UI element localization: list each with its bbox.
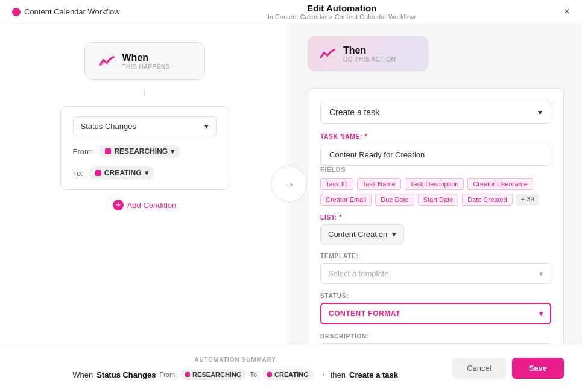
tag-due-date[interactable]: Due Date bbox=[375, 194, 414, 206]
task-name-value: Content Ready for Creation bbox=[329, 150, 425, 159]
fields-label: FIELDS bbox=[320, 166, 551, 173]
template-section: TEMPLATE: Select a template ▾ bbox=[320, 253, 551, 284]
main-content: When THIS HAPPENS Status Changes ▾ From:… bbox=[0, 24, 582, 344]
tag-task-name[interactable]: Task Name bbox=[357, 178, 401, 190]
task-name-label: TASK NAME: * bbox=[320, 133, 551, 140]
close-button[interactable]: × bbox=[563, 5, 570, 18]
status-section: STATUS: CONTENT FORMAT ▾ bbox=[320, 292, 551, 324]
add-condition-button[interactable]: + Add Condition bbox=[113, 200, 177, 210]
tags-container: Task ID Task Name Task Description Creat… bbox=[320, 178, 551, 206]
template-placeholder: Select a template bbox=[328, 269, 388, 278]
creating-dot bbox=[95, 170, 101, 176]
status-value: CONTENT FORMAT bbox=[329, 309, 400, 318]
tag-task-id[interactable]: Task ID bbox=[320, 178, 353, 190]
page-title: Edit Automation bbox=[268, 3, 416, 13]
footer-buttons: Cancel Save bbox=[452, 358, 564, 379]
action-type-dropdown[interactable]: Create a task ▾ bbox=[320, 101, 551, 124]
tag-creator-username[interactable]: Creator Username bbox=[467, 178, 533, 190]
list-dropdown[interactable]: Content Creation ▾ bbox=[320, 224, 404, 244]
template-dropdown[interactable]: Select a template ▾ bbox=[320, 263, 551, 284]
plus-icon: + bbox=[113, 200, 124, 210]
clickup-logo bbox=[97, 51, 116, 71]
summary-researching-dot bbox=[185, 372, 190, 377]
summary-to-badge: CREATING bbox=[262, 369, 314, 380]
tag-creator-email[interactable]: Creator Email bbox=[320, 194, 372, 206]
right-panel: Then DO THIS ACTION Create a task ▾ TASK… bbox=[289, 24, 582, 344]
chevron-down-icon: ▾ bbox=[392, 230, 396, 239]
description-label: DESCRIPTION: bbox=[320, 333, 551, 340]
template-label: TEMPLATE: bbox=[320, 253, 551, 259]
automation-summary-label: AUTOMATION SUMMARY bbox=[194, 356, 276, 363]
to-status-badge[interactable]: CREATING ▾ bbox=[89, 166, 154, 180]
from-label: From: bbox=[73, 147, 93, 156]
when-card: When THIS HAPPENS bbox=[84, 42, 205, 80]
when-title: When bbox=[122, 52, 170, 63]
summary-row: When Status Changes From: RESEARCHING To… bbox=[72, 369, 398, 380]
to-label: To: bbox=[73, 169, 83, 178]
from-row: From: RESEARCHING ▾ bbox=[73, 145, 217, 158]
summary-creating-dot bbox=[267, 372, 272, 377]
summary-status-changes: Status Changes bbox=[96, 370, 156, 379]
save-button[interactable]: Save bbox=[512, 358, 564, 379]
summary-from-badge: RESEARCHING bbox=[180, 369, 246, 380]
action-type-label: Create a task bbox=[329, 107, 379, 117]
to-status-text: CREATING bbox=[104, 169, 142, 177]
chevron-down-icon: ▾ bbox=[539, 309, 543, 318]
summary-when: When bbox=[72, 370, 93, 379]
status-dropdown[interactable]: CONTENT FORMAT ▾ bbox=[320, 303, 551, 324]
researching-dot bbox=[105, 148, 111, 154]
trigger-label: Status Changes bbox=[81, 122, 137, 131]
breadcrumb: in Content Calendar > Content Calendar W… bbox=[268, 13, 416, 21]
required-star-list: * bbox=[339, 214, 342, 221]
then-title: Then bbox=[343, 45, 396, 56]
tag-task-description[interactable]: Task Description bbox=[405, 178, 464, 190]
task-name-input[interactable]: Content Ready for Creation bbox=[320, 144, 551, 166]
then-subtitle: DO THIS ACTION bbox=[343, 56, 396, 63]
chevron-down-icon: ▾ bbox=[538, 107, 542, 117]
condition-card: Status Changes ▾ From: RESEARCHING ▾ To:… bbox=[60, 106, 229, 190]
arrow-right-icon: → bbox=[283, 177, 295, 191]
fields-section: FIELDS Task ID Task Name Task Descriptio… bbox=[320, 166, 551, 206]
extra-count-badge[interactable]: + 39 bbox=[516, 194, 539, 206]
clickup-logo-then bbox=[318, 44, 337, 63]
summary-area: AUTOMATION SUMMARY When Status Changes F… bbox=[18, 356, 452, 380]
chevron-down-icon: ▾ bbox=[171, 147, 174, 156]
action-card: Create a task ▾ TASK NAME: * Content Rea… bbox=[308, 88, 564, 344]
left-panel: When THIS HAPPENS Status Changes ▾ From:… bbox=[0, 24, 289, 344]
description-section: DESCRIPTION: Task Description , FIELDS bbox=[320, 333, 551, 344]
description-box[interactable]: Task Description , bbox=[320, 343, 551, 344]
task-name-section: TASK NAME: * Content Ready for Creation … bbox=[320, 133, 551, 206]
from-status-badge[interactable]: RESEARCHING ▾ bbox=[99, 145, 180, 158]
summary-arrow-icon: → bbox=[317, 369, 327, 380]
then-text: Then DO THIS ACTION bbox=[343, 45, 396, 63]
list-section: LIST: * Content Creation ▾ bbox=[320, 214, 551, 244]
tag-date-created[interactable]: Date Created bbox=[462, 194, 512, 206]
workspace-logo bbox=[12, 8, 21, 16]
trigger-dropdown[interactable]: Status Changes ▾ bbox=[73, 116, 217, 136]
page-header: Edit Automation in Content Calendar > Co… bbox=[268, 3, 416, 21]
workspace-name: Content Calendar Workflow bbox=[24, 7, 120, 16]
status-label: STATUS: bbox=[320, 292, 551, 299]
summary-action: Create a task bbox=[349, 370, 398, 379]
then-card: Then DO THIS ACTION bbox=[308, 36, 428, 71]
workspace-label: Content Calendar Workflow bbox=[12, 7, 120, 16]
top-bar: Content Calendar Workflow Edit Automatio… bbox=[0, 0, 582, 24]
from-status-text: RESEARCHING bbox=[114, 147, 168, 156]
summary-to-label: To: bbox=[250, 371, 259, 378]
summary-then: then bbox=[331, 370, 346, 379]
chevron-down-icon: ▾ bbox=[145, 169, 148, 177]
chevron-down-icon: ▾ bbox=[204, 122, 209, 131]
add-condition-label: Add Condition bbox=[127, 201, 177, 210]
required-star: * bbox=[365, 133, 368, 140]
list-value: Content Creation bbox=[328, 230, 387, 239]
when-subtitle: THIS HAPPENS bbox=[122, 63, 170, 70]
cancel-button[interactable]: Cancel bbox=[452, 358, 505, 379]
connector-line-1 bbox=[144, 89, 145, 96]
list-label: LIST: * bbox=[320, 214, 551, 221]
tag-start-date[interactable]: Start Date bbox=[418, 194, 459, 206]
flow-arrow: → bbox=[271, 166, 307, 202]
bottom-bar: AUTOMATION SUMMARY When Status Changes F… bbox=[0, 344, 582, 392]
chevron-down-icon: ▾ bbox=[539, 269, 543, 278]
summary-from-label: From: bbox=[159, 371, 177, 378]
to-row: To: CREATING ▾ bbox=[73, 166, 217, 180]
